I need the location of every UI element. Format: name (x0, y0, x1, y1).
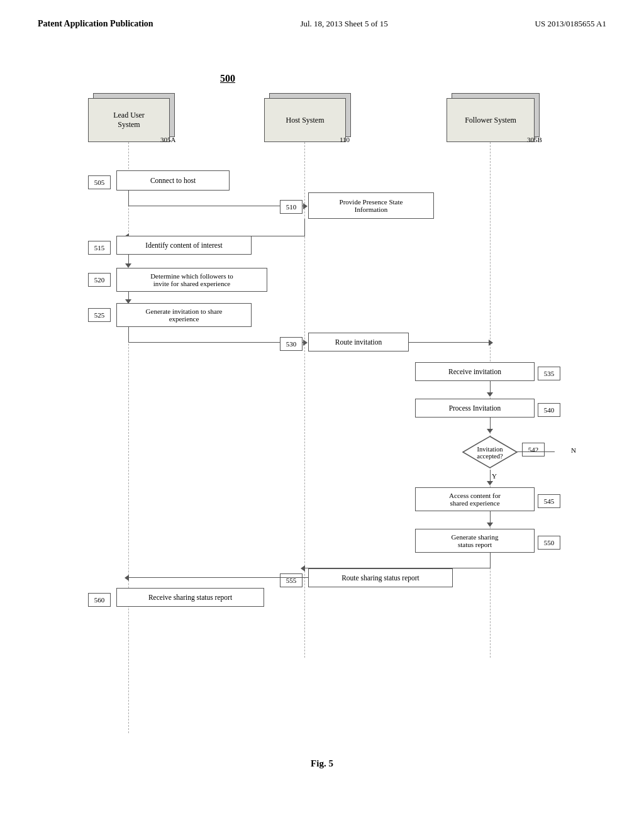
step-542-diamond: Invitationaccepted? (462, 435, 518, 470)
step-530-label: 530 (280, 337, 303, 351)
fig-label: Fig. 5 (38, 758, 606, 769)
step-505-text: Connect to host (150, 177, 196, 184)
step-525-text: Generate invitation to shareexperience (146, 307, 223, 323)
step-540-label: 540 (538, 403, 560, 417)
step-510-text: Provide Presence StateInformation (340, 198, 403, 213)
conn-525-down (128, 327, 129, 343)
header-right: US 2013/0185655 A1 (535, 19, 606, 29)
step-555-text: Route sharing status report (341, 574, 419, 582)
arrow-540-down (487, 429, 493, 433)
diagram-title: 500 (220, 73, 235, 84)
conn-505-down (128, 191, 129, 206)
step-515-box: Identify content of interest (116, 236, 252, 255)
conn-530-right (409, 342, 491, 343)
step-545-box: Access content forshared experience (415, 487, 535, 511)
step-540-text: Process Invitation (449, 404, 501, 412)
arrow-530-to-535 (489, 340, 493, 346)
step-550-box: Generate sharingstatus report (415, 529, 535, 553)
lead-user-ref-label: 305A (160, 136, 175, 143)
step-515-label: 515 (88, 241, 111, 255)
host-ref-label: 110 (340, 136, 350, 143)
step-555-box: Route sharing status report (308, 568, 453, 587)
step-542-label: 542 (522, 443, 545, 456)
step-535-text: Receive invitation (448, 368, 501, 375)
follower-system-box: Follower System (447, 98, 535, 142)
step-542-text: Invitationaccepted? (462, 435, 518, 470)
step-542-n-label: N (571, 446, 576, 454)
step-520-text: Determine which followers toinvite for s… (150, 272, 233, 287)
step-510-box: Provide Presence StateInformation (308, 192, 434, 219)
follower-system-label: Follower System (465, 116, 516, 125)
step-515-text: Identify content of interest (145, 241, 222, 249)
host-system-label: Host System (286, 116, 324, 125)
arrow-535-down (487, 392, 493, 397)
page: Patent Application Publication Jul. 18, … (0, 0, 644, 830)
step-505-box: Connect to host (116, 170, 230, 191)
header-left: Patent Application Publication (38, 19, 153, 29)
arrow-550-to-555 (301, 565, 305, 572)
step-530-box: Route invitation (308, 333, 409, 351)
conn-550-down (490, 553, 491, 568)
conn-555-left (128, 577, 309, 578)
step-545-text: Access content forshared experience (449, 492, 501, 507)
step-520-label: 520 (88, 273, 111, 287)
arrow-525-to-530 (303, 340, 308, 346)
conn-505-right (128, 206, 306, 206)
step-545-label: 545 (538, 494, 560, 508)
step-550-label: 550 (538, 536, 560, 550)
arrow-555-to-560 (125, 575, 129, 581)
arrow-542-down (487, 481, 493, 485)
lead-user-system-label: Lead UserSystem (113, 111, 145, 130)
step-560-box: Receive sharing status report (116, 588, 264, 607)
step-535-label: 535 (538, 367, 560, 380)
page-header: Patent Application Publication Jul. 18, … (38, 19, 606, 29)
step-550-text: Generate sharingstatus report (452, 533, 499, 548)
lead-user-system-box: Lead UserSystem (88, 98, 170, 142)
arrow-505-to-510 (303, 203, 308, 209)
host-system-box: Host System (264, 98, 346, 142)
step-510-label: 510 (280, 200, 303, 214)
conn-542-n (517, 451, 555, 452)
arrow-545-down (487, 523, 493, 527)
arrow-515-down (125, 263, 131, 268)
step-520-box: Determine which followers toinvite for s… (116, 268, 267, 292)
step-525-box: Generate invitation to shareexperience (116, 303, 252, 327)
step-540-box: Process Invitation (415, 399, 535, 418)
step-542-y-label: Y (492, 472, 497, 480)
conn-510-down (304, 219, 305, 236)
lead-lane-line (128, 142, 129, 733)
step-560-text: Receive sharing status report (148, 594, 232, 601)
step-525-label: 525 (88, 308, 111, 322)
header-center: Jul. 18, 2013 Sheet 5 of 15 (300, 19, 387, 29)
step-535-box: Receive invitation (415, 362, 535, 381)
step-505-label: 505 (88, 175, 111, 189)
step-530-text: Route invitation (335, 338, 382, 346)
follower-ref-label: 305B (527, 136, 542, 143)
step-560-label: 560 (88, 593, 111, 607)
step-555-label: 555 (280, 573, 303, 587)
diagram-area: 500 Lead UserSystem 305A Host System 110… (38, 54, 606, 746)
conn-525-right (128, 342, 305, 343)
